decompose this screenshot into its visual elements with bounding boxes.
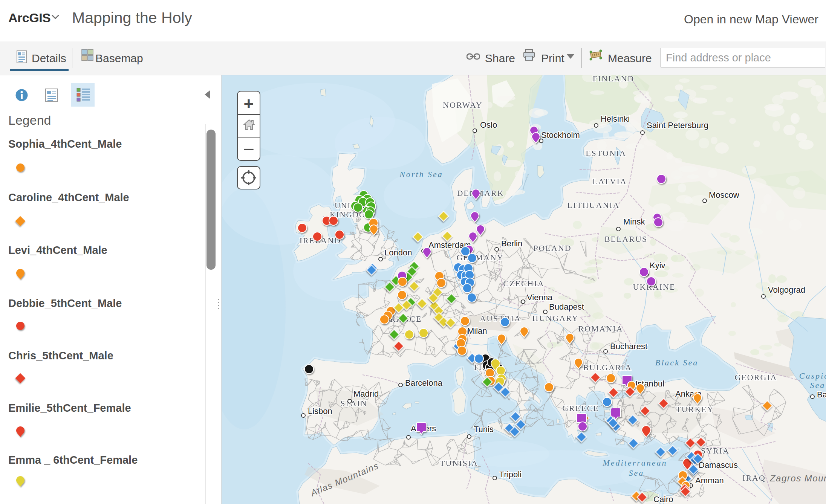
svg-text:Tunis: Tunis bbox=[474, 425, 494, 434]
svg-text:CZECHIA: CZECHIA bbox=[503, 279, 544, 288]
svg-text:Helsinki: Helsinki bbox=[601, 114, 630, 124]
svg-text:NORWAY: NORWAY bbox=[443, 100, 482, 110]
svg-text:ROMANIA: ROMANIA bbox=[578, 324, 623, 333]
svg-text:Cairo: Cairo bbox=[653, 495, 673, 504]
svg-text:Madrid: Madrid bbox=[353, 389, 379, 399]
svg-text:Caspia: Caspia bbox=[799, 371, 826, 380]
svg-text:Vienna: Vienna bbox=[527, 293, 553, 302]
svg-text:SYRIA: SYRIA bbox=[701, 446, 730, 455]
svg-text:GREECE: GREECE bbox=[562, 403, 599, 413]
svg-text:Minsk: Minsk bbox=[623, 217, 645, 226]
svg-text:Black Sea: Black Sea bbox=[655, 358, 698, 367]
svg-text:ESTONIA: ESTONIA bbox=[586, 148, 626, 158]
svg-text:Baku: Baku bbox=[817, 390, 826, 399]
svg-text:Barcelona: Barcelona bbox=[405, 378, 443, 388]
svg-text:Volgograd: Volgograd bbox=[768, 285, 805, 295]
svg-text:Tripoli: Tripoli bbox=[499, 470, 522, 479]
svg-text:Mediterranean: Mediterranean bbox=[603, 458, 667, 467]
svg-text:LATVIA: LATVIA bbox=[592, 177, 627, 186]
svg-text:IRAQ: IRAQ bbox=[742, 473, 766, 483]
svg-text:Lisbon: Lisbon bbox=[308, 406, 332, 416]
svg-text:Sea: Sea bbox=[810, 380, 826, 390]
svg-text:HUNGARY: HUNGARY bbox=[532, 313, 579, 323]
svg-text:DENMARK: DENMARK bbox=[457, 188, 504, 198]
svg-text:Saint Petersburg: Saint Petersburg bbox=[647, 121, 708, 130]
svg-text:GEORGIA: GEORGIA bbox=[735, 373, 777, 382]
svg-text:North Sea: North Sea bbox=[399, 170, 443, 179]
svg-text:Milan: Milan bbox=[467, 326, 487, 336]
svg-text:Oslo: Oslo bbox=[480, 120, 497, 130]
svg-text:BELARUS: BELARUS bbox=[604, 234, 647, 244]
svg-text:Amman: Amman bbox=[695, 476, 724, 485]
svg-text:BULGARIA: BULGARIA bbox=[583, 363, 632, 372]
svg-text:SPAIN: SPAIN bbox=[340, 399, 367, 408]
svg-text:POLAND: POLAND bbox=[533, 243, 571, 253]
svg-text:TURKEY: TURKEY bbox=[676, 405, 714, 414]
svg-text:Budapest: Budapest bbox=[549, 302, 584, 312]
svg-text:Moscow: Moscow bbox=[709, 190, 739, 200]
svg-text:Stockholm: Stockholm bbox=[541, 130, 580, 140]
svg-text:FINLAND: FINLAND bbox=[593, 75, 635, 83]
svg-text:Berlin: Berlin bbox=[501, 239, 522, 248]
svg-text:London: London bbox=[384, 248, 412, 257]
svg-text:Kyiv: Kyiv bbox=[650, 261, 665, 270]
svg-text:LITHUANIA: LITHUANIA bbox=[567, 200, 620, 210]
svg-text:Bucharest: Bucharest bbox=[610, 342, 647, 351]
svg-text:Damascus: Damascus bbox=[699, 460, 738, 470]
svg-text:Zagros Mount: Zagros Mount bbox=[769, 473, 826, 483]
svg-text:TUNISIA: TUNISIA bbox=[440, 458, 478, 468]
svg-text:Sea: Sea bbox=[629, 468, 644, 478]
